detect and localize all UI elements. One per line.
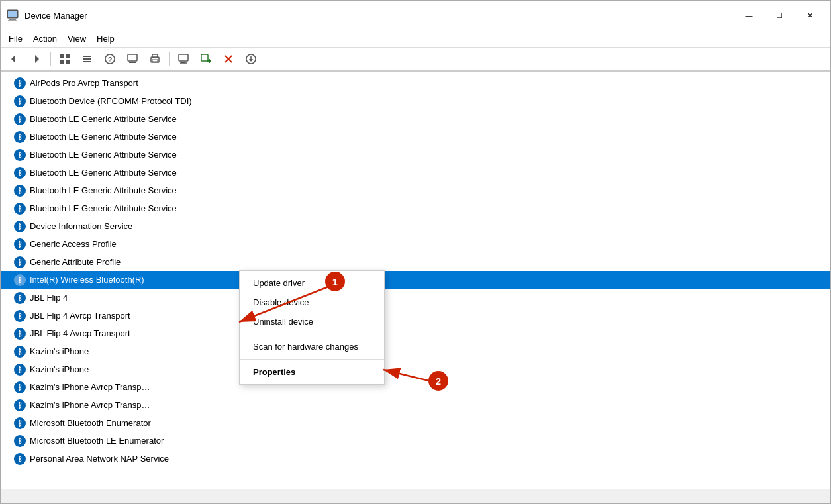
device-name: Bluetooth LE Generic Attribute Service	[30, 150, 177, 160]
ctx-uninstall-device[interactable]: Uninstall device	[240, 312, 384, 331]
list-item[interactable]: ᛒBluetooth LE Generic Attribute Service	[1, 164, 830, 181]
context-menu: Update driver Disable device Uninstall d…	[239, 270, 385, 385]
device-name: Microsoft Bluetooth LE Enumerator	[30, 436, 164, 446]
svg-rect-6	[60, 54, 64, 58]
status-text	[6, 489, 17, 503]
ctx-scan-hardware[interactable]: Scan for hardware changes	[240, 337, 384, 356]
bluetooth-icon: ᛒ	[14, 453, 26, 465]
device-name: JBL Flip 4 Avrcp Transport	[30, 311, 130, 321]
toolbar: ?	[1, 48, 830, 72]
list-item[interactable]: ᛒBluetooth Device (RFCOMM Protocol TDI)	[1, 92, 830, 110]
device-name: Bluetooth LE Generic Attribute Service	[30, 203, 177, 213]
title-bar: Device Manager — ☐ ✕	[1, 1, 830, 30]
hidden-devices-button[interactable]	[122, 50, 143, 68]
device-name: Generic Access Profile	[30, 239, 117, 249]
bluetooth-icon: ᛒ	[14, 167, 26, 179]
list-item[interactable]: ᛒPersonal Area Network NAP Service	[1, 450, 830, 468]
device-name: Bluetooth LE Generic Attribute Service	[30, 114, 177, 124]
bluetooth-icon: ᛒ	[14, 185, 26, 197]
toolbar-separator-2	[169, 52, 170, 66]
device-manager-window: Device Manager — ☐ ✕ File Action View He…	[0, 0, 831, 504]
list-item[interactable]: ᛒJBL Flip 4 Avrcp Transport	[1, 307, 830, 325]
device-name: Kazim's iPhone	[30, 346, 89, 356]
device-type-view-button[interactable]	[54, 50, 75, 68]
svg-rect-7	[66, 54, 70, 58]
ctx-disable-device[interactable]: Disable device	[240, 293, 384, 312]
bluetooth-icon: ᛒ	[14, 310, 26, 322]
device-list[interactable]: ᛒAirPods Pro Avrcp TransportᛒBluetooth D…	[1, 72, 830, 489]
bluetooth-icon: ᛒ	[14, 221, 26, 232]
device-name: Personal Area Network NAP Service	[30, 454, 169, 464]
device-name: JBL Flip 4	[30, 293, 68, 303]
forward-button[interactable]	[26, 50, 47, 68]
menu-help[interactable]: Help	[91, 32, 120, 46]
list-item[interactable]: ᛒBluetooth LE Generic Attribute Service	[1, 181, 830, 199]
window-title: Device Manager	[24, 11, 734, 21]
close-button[interactable]: ✕	[795, 5, 825, 26]
list-item[interactable]: ᛒBluetooth LE Generic Attribute Service	[1, 110, 830, 128]
minimize-button[interactable]: —	[734, 5, 764, 26]
list-item[interactable]: ᛒBluetooth LE Generic Attribute Service	[1, 128, 830, 146]
list-item[interactable]: ᛒBluetooth LE Generic Attribute Service	[1, 199, 830, 217]
back-button[interactable]	[3, 50, 24, 68]
svg-rect-20	[179, 54, 188, 61]
device-name: Microsoft Bluetooth Enumerator	[30, 418, 151, 428]
list-item[interactable]: ᛒGeneric Access Profile	[1, 235, 830, 253]
svg-rect-12	[83, 61, 91, 62]
list-item[interactable]: ᛒMicrosoft Bluetooth LE Enumerator	[1, 432, 830, 450]
svg-rect-10	[83, 56, 91, 57]
list-item[interactable]: ᛒBluetooth LE Generic Attribute Service	[1, 146, 830, 164]
bluetooth-icon: ᛒ	[14, 238, 26, 250]
list-item[interactable]: ᛒIntel(R) Wireless Bluetooth(R)	[1, 271, 830, 289]
bluetooth-icon: ᛒ	[14, 435, 26, 447]
bluetooth-icon: ᛒ	[14, 203, 26, 215]
add-device-button[interactable]	[195, 50, 217, 68]
menu-view[interactable]: View	[62, 32, 91, 46]
list-item[interactable]: ᛒKazim's iPhone Avrcp Transp…	[1, 378, 830, 396]
bluetooth-icon: ᛒ	[14, 95, 26, 107]
window-controls: — ☐ ✕	[734, 5, 825, 26]
list-item[interactable]: ᛒKazim's iPhone	[1, 342, 830, 360]
bluetooth-icon: ᛒ	[14, 292, 26, 304]
svg-marker-29	[249, 59, 253, 62]
update-driver-toolbar-button[interactable]	[240, 50, 262, 68]
list-item[interactable]: ᛒJBL Flip 4 Avrcp Transport	[1, 325, 830, 342]
svg-rect-23	[201, 54, 208, 61]
bluetooth-icon: ᛒ	[14, 77, 26, 89]
annotation-2: 2	[428, 371, 448, 391]
list-item[interactable]: ᛒJBL Flip 4	[1, 289, 830, 307]
device-name: AirPods Pro Avrcp Transport	[30, 78, 138, 88]
list-item[interactable]: ᛒGeneric Attribute Profile	[1, 253, 830, 271]
print-button[interactable]	[144, 50, 166, 68]
connection-view-button[interactable]	[77, 50, 98, 68]
menu-file[interactable]: File	[3, 32, 28, 46]
svg-marker-5	[35, 55, 39, 63]
bluetooth-icon: ᛒ	[14, 364, 26, 376]
svg-rect-16	[129, 62, 136, 63]
device-name: Kazim's iPhone Avrcp Transp…	[30, 382, 150, 392]
list-item[interactable]: ᛒKazim's iPhone Avrcp Transp…	[1, 396, 830, 414]
ctx-properties[interactable]: Properties	[240, 362, 384, 381]
device-name: JBL Flip 4 Avrcp Transport	[30, 328, 130, 338]
maximize-button[interactable]: ☐	[764, 5, 795, 26]
bluetooth-icon: ᛒ	[14, 399, 26, 411]
monitor-button[interactable]	[173, 50, 194, 68]
svg-marker-4	[11, 55, 15, 63]
list-item[interactable]: ᛒMicrosoft Bluetooth Enumerator	[1, 414, 830, 432]
help-button[interactable]: ?	[99, 50, 121, 68]
svg-rect-2	[8, 20, 17, 21]
list-item[interactable]: ᛒAirPods Pro Avrcp Transport	[1, 74, 830, 92]
app-icon	[6, 9, 19, 22]
menu-action[interactable]: Action	[28, 32, 62, 46]
menu-bar: File Action View Help	[1, 30, 830, 48]
device-name: Bluetooth LE Generic Attribute Service	[30, 168, 177, 177]
list-item[interactable]: ᛒDevice Information Service	[1, 217, 830, 235]
ctx-update-driver[interactable]: Update driver	[240, 274, 384, 293]
device-name: Bluetooth Device (RFCOMM Protocol TDI)	[30, 96, 192, 106]
bluetooth-icon: ᛒ	[14, 328, 26, 340]
svg-rect-11	[83, 58, 91, 60]
device-name: Bluetooth LE Generic Attribute Service	[30, 185, 177, 195]
device-name: Kazim's iPhone Avrcp Transp…	[30, 400, 150, 410]
remove-device-button[interactable]	[218, 50, 239, 68]
list-item[interactable]: ᛒKazim's iPhone	[1, 360, 830, 378]
